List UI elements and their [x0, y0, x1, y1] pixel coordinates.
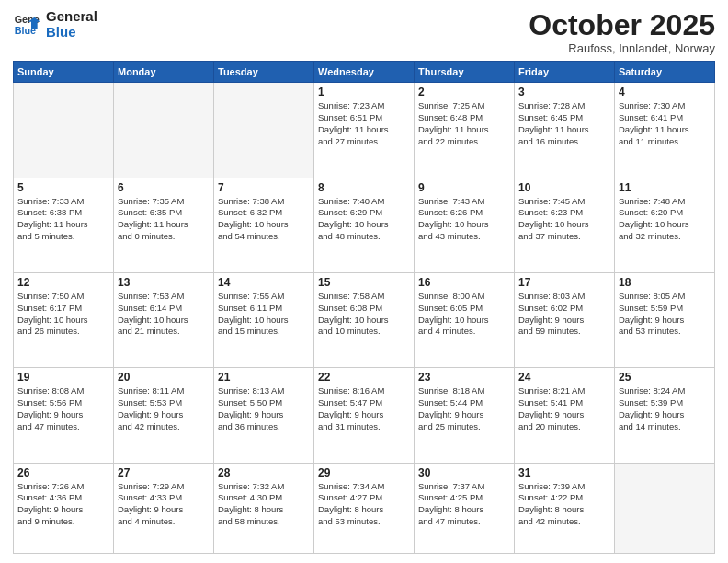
day-number: 18 — [619, 276, 711, 289]
day-number: 7 — [218, 181, 310, 194]
calendar-cell: 30Sunrise: 7:37 AM Sunset: 4:25 PM Dayli… — [415, 463, 515, 553]
day-info: Sunrise: 8:05 AM Sunset: 5:59 PM Dayligh… — [619, 291, 711, 338]
calendar-cell: 26Sunrise: 7:26 AM Sunset: 4:36 PM Dayli… — [14, 463, 114, 553]
day-number: 22 — [318, 371, 410, 384]
day-info: Sunrise: 7:45 AM Sunset: 6:23 PM Dayligh… — [518, 196, 610, 243]
day-info: Sunrise: 8:08 AM Sunset: 5:56 PM Dayligh… — [17, 385, 109, 432]
day-number: 29 — [318, 466, 410, 479]
day-info: Sunrise: 8:16 AM Sunset: 5:47 PM Dayligh… — [318, 385, 410, 432]
calendar-cell: 27Sunrise: 7:29 AM Sunset: 4:33 PM Dayli… — [114, 463, 214, 553]
day-info: Sunrise: 8:24 AM Sunset: 5:39 PM Dayligh… — [619, 385, 711, 432]
day-number: 8 — [318, 181, 410, 194]
day-number: 17 — [518, 276, 610, 289]
calendar-week-row: 5Sunrise: 7:33 AM Sunset: 6:38 PM Daylig… — [14, 178, 715, 272]
day-number: 26 — [17, 466, 109, 479]
day-info: Sunrise: 7:25 AM Sunset: 6:48 PM Dayligh… — [418, 100, 510, 147]
weekday-header-friday: Friday — [515, 62, 615, 83]
day-number: 13 — [118, 276, 210, 289]
day-number: 25 — [619, 371, 711, 384]
day-info: Sunrise: 7:37 AM Sunset: 4:25 PM Dayligh… — [418, 481, 510, 528]
calendar-cell: 9Sunrise: 7:43 AM Sunset: 6:26 PM Daylig… — [415, 178, 515, 272]
calendar-week-row: 1Sunrise: 7:23 AM Sunset: 6:51 PM Daylig… — [14, 83, 715, 178]
day-number: 6 — [118, 181, 210, 194]
logo-text: General — [46, 9, 97, 25]
day-info: Sunrise: 7:26 AM Sunset: 4:36 PM Dayligh… — [17, 481, 109, 528]
day-number: 19 — [17, 371, 109, 384]
calendar-cell: 14Sunrise: 7:55 AM Sunset: 6:11 PM Dayli… — [214, 272, 314, 367]
day-info: Sunrise: 8:00 AM Sunset: 6:05 PM Dayligh… — [418, 291, 510, 338]
day-info: Sunrise: 7:38 AM Sunset: 6:32 PM Dayligh… — [218, 196, 310, 243]
day-number: 5 — [17, 181, 109, 194]
day-info: Sunrise: 7:39 AM Sunset: 4:22 PM Dayligh… — [518, 481, 610, 528]
calendar-cell: 8Sunrise: 7:40 AM Sunset: 6:29 PM Daylig… — [314, 178, 415, 272]
weekday-header-thursday: Thursday — [415, 62, 515, 83]
month-title: October 2025 — [529, 9, 715, 41]
calendar-cell: 21Sunrise: 8:13 AM Sunset: 5:50 PM Dayli… — [214, 368, 314, 463]
day-number: 23 — [418, 371, 510, 384]
day-info: Sunrise: 7:32 AM Sunset: 4:30 PM Dayligh… — [218, 481, 310, 528]
weekday-header-tuesday: Tuesday — [214, 62, 314, 83]
day-number: 21 — [218, 371, 310, 384]
calendar-cell: 19Sunrise: 8:08 AM Sunset: 5:56 PM Dayli… — [14, 368, 114, 463]
calendar-cell: 17Sunrise: 8:03 AM Sunset: 6:02 PM Dayli… — [515, 272, 615, 367]
calendar-cell: 6Sunrise: 7:35 AM Sunset: 6:35 PM Daylig… — [114, 178, 214, 272]
day-number: 27 — [118, 466, 210, 479]
calendar-cell — [214, 83, 314, 178]
day-number: 31 — [518, 466, 610, 479]
day-number: 24 — [518, 371, 610, 384]
day-info: Sunrise: 7:23 AM Sunset: 6:51 PM Dayligh… — [318, 100, 410, 147]
day-number: 20 — [118, 371, 210, 384]
weekday-header-sunday: Sunday — [14, 62, 114, 83]
logo: General Blue General Blue — [13, 9, 97, 40]
calendar-cell — [114, 83, 214, 178]
day-info: Sunrise: 7:43 AM Sunset: 6:26 PM Dayligh… — [418, 196, 510, 243]
weekday-header-wednesday: Wednesday — [314, 62, 415, 83]
calendar-cell: 4Sunrise: 7:30 AM Sunset: 6:41 PM Daylig… — [615, 83, 715, 178]
day-info: Sunrise: 7:28 AM Sunset: 6:45 PM Dayligh… — [518, 100, 610, 147]
calendar-cell — [615, 463, 715, 553]
calendar-cell: 25Sunrise: 8:24 AM Sunset: 5:39 PM Dayli… — [615, 368, 715, 463]
day-info: Sunrise: 7:48 AM Sunset: 6:20 PM Dayligh… — [619, 196, 711, 243]
calendar-cell: 20Sunrise: 8:11 AM Sunset: 5:53 PM Dayli… — [114, 368, 214, 463]
location-subtitle: Raufoss, Innlandet, Norway — [529, 41, 715, 55]
calendar-cell: 15Sunrise: 7:58 AM Sunset: 6:08 PM Dayli… — [314, 272, 415, 367]
day-info: Sunrise: 8:21 AM Sunset: 5:41 PM Dayligh… — [518, 385, 610, 432]
day-number: 10 — [518, 181, 610, 194]
day-number: 12 — [17, 276, 109, 289]
day-info: Sunrise: 7:30 AM Sunset: 6:41 PM Dayligh… — [619, 100, 711, 147]
day-number: 15 — [318, 276, 410, 289]
calendar-week-row: 26Sunrise: 7:26 AM Sunset: 4:36 PM Dayli… — [14, 463, 715, 553]
day-info: Sunrise: 7:29 AM Sunset: 4:33 PM Dayligh… — [118, 481, 210, 528]
calendar-cell: 5Sunrise: 7:33 AM Sunset: 6:38 PM Daylig… — [14, 178, 114, 272]
day-number: 2 — [418, 86, 510, 98]
calendar-cell — [14, 83, 114, 178]
day-number: 28 — [218, 466, 310, 479]
day-info: Sunrise: 7:35 AM Sunset: 6:35 PM Dayligh… — [118, 196, 210, 243]
calendar-cell: 16Sunrise: 8:00 AM Sunset: 6:05 PM Dayli… — [415, 272, 515, 367]
calendar-cell: 3Sunrise: 7:28 AM Sunset: 6:45 PM Daylig… — [515, 83, 615, 178]
calendar-cell: 31Sunrise: 7:39 AM Sunset: 4:22 PM Dayli… — [515, 463, 615, 553]
calendar-cell: 29Sunrise: 7:34 AM Sunset: 4:27 PM Dayli… — [314, 463, 415, 553]
logo-icon: General Blue — [13, 11, 40, 39]
calendar-cell: 1Sunrise: 7:23 AM Sunset: 6:51 PM Daylig… — [314, 83, 415, 178]
day-info: Sunrise: 8:13 AM Sunset: 5:50 PM Dayligh… — [218, 385, 310, 432]
day-number: 16 — [418, 276, 510, 289]
weekday-header-row: SundayMondayTuesdayWednesdayThursdayFrid… — [14, 62, 715, 83]
logo-blue: Blue — [46, 25, 97, 40]
day-number: 30 — [418, 466, 510, 479]
day-info: Sunrise: 7:53 AM Sunset: 6:14 PM Dayligh… — [118, 291, 210, 338]
day-number: 3 — [518, 86, 610, 98]
weekday-header-saturday: Saturday — [615, 62, 715, 83]
calendar-cell: 24Sunrise: 8:21 AM Sunset: 5:41 PM Dayli… — [515, 368, 615, 463]
weekday-header-monday: Monday — [114, 62, 214, 83]
calendar-week-row: 19Sunrise: 8:08 AM Sunset: 5:56 PM Dayli… — [14, 368, 715, 463]
calendar-cell: 28Sunrise: 7:32 AM Sunset: 4:30 PM Dayli… — [214, 463, 314, 553]
day-number: 4 — [619, 86, 711, 98]
day-number: 9 — [418, 181, 510, 194]
title-block: October 2025 Raufoss, Innlandet, Norway — [529, 9, 715, 55]
day-info: Sunrise: 7:40 AM Sunset: 6:29 PM Dayligh… — [318, 196, 410, 243]
calendar-cell: 18Sunrise: 8:05 AM Sunset: 5:59 PM Dayli… — [615, 272, 715, 367]
calendar-cell: 13Sunrise: 7:53 AM Sunset: 6:14 PM Dayli… — [114, 272, 214, 367]
calendar-cell: 12Sunrise: 7:50 AM Sunset: 6:17 PM Dayli… — [14, 272, 114, 367]
day-info: Sunrise: 8:11 AM Sunset: 5:53 PM Dayligh… — [118, 385, 210, 432]
